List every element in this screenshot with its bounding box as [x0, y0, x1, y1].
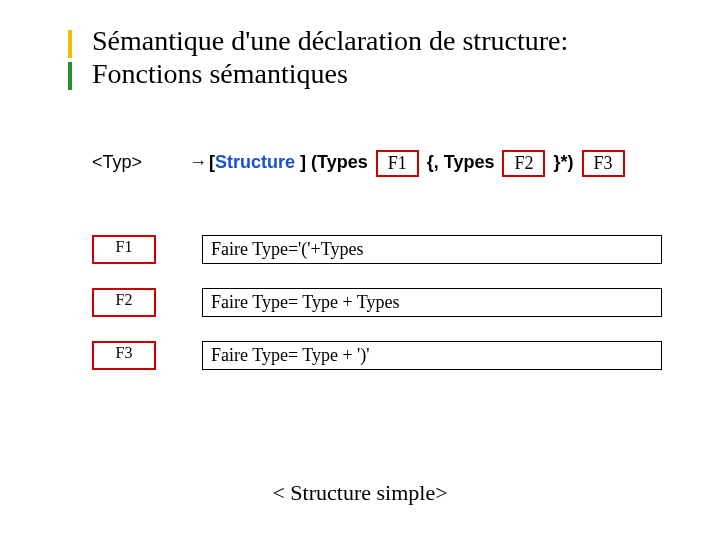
def-label-f3: F3	[92, 341, 156, 370]
rule-seg2: {, Types	[422, 152, 500, 172]
def-body-f1: Faire Type='('+Types	[202, 235, 662, 264]
accent-yellow	[68, 30, 72, 58]
def-label-f2: F2	[92, 288, 156, 317]
rule-seg1: ] (Types	[295, 152, 373, 172]
def-row: F3 Faire Type= Type + ')'	[92, 341, 662, 370]
rule-seg3: }*)	[548, 152, 578, 172]
rule-keyword: Structure	[215, 152, 295, 172]
footer-caption: < Structure simple>	[0, 480, 720, 506]
def-row: F1 Faire Type='('+Types	[92, 235, 662, 264]
rule-f3-box: F3	[582, 150, 625, 177]
def-label-f1: F1	[92, 235, 156, 264]
slide-title: Sémantique d'une déclaration de structur…	[92, 24, 692, 90]
rule-lhs: <Typ>	[92, 152, 142, 172]
arrow-icon: →	[189, 152, 207, 172]
rule-f2-box: F2	[502, 150, 545, 177]
rule-f1-box: F1	[376, 150, 419, 177]
grammar-rule: <Typ> →[Structure ] (Types F1 {, Types F…	[92, 150, 628, 177]
def-body-f3: Faire Type= Type + ')'	[202, 341, 662, 370]
def-row: F2 Faire Type= Type + Types	[92, 288, 662, 317]
accent-bars	[68, 30, 86, 90]
accent-green	[68, 62, 72, 90]
definitions-table: F1 Faire Type='('+Types F2 Faire Type= T…	[92, 235, 662, 394]
def-body-f2: Faire Type= Type + Types	[202, 288, 662, 317]
